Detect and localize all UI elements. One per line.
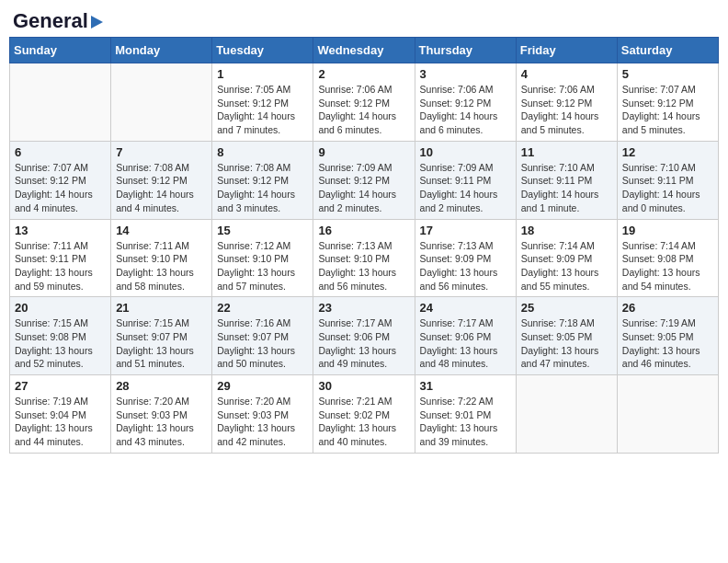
- calendar-table: SundayMondayTuesdayWednesdayThursdayFrid…: [9, 37, 719, 454]
- day-info: Sunrise: 7:08 AMSunset: 9:12 PMDaylight:…: [116, 161, 207, 215]
- calendar-day-cell: 8Sunrise: 7:08 AMSunset: 9:12 PMDaylight…: [212, 141, 313, 219]
- day-info: Sunrise: 7:07 AMSunset: 9:12 PMDaylight:…: [622, 83, 713, 137]
- calendar-day-cell: [516, 375, 617, 454]
- day-info: Sunrise: 7:11 AMSunset: 9:11 PMDaylight:…: [15, 239, 106, 293]
- calendar-day-cell: 28Sunrise: 7:20 AMSunset: 9:03 PMDayligh…: [111, 375, 212, 454]
- day-number: 21: [116, 301, 207, 315]
- calendar-day-cell: 5Sunrise: 7:07 AMSunset: 9:12 PMDaylight…: [617, 63, 718, 142]
- calendar-day-cell: 23Sunrise: 7:17 AMSunset: 9:06 PMDayligh…: [313, 297, 415, 375]
- day-header-friday: Friday: [516, 38, 617, 63]
- calendar-day-cell: 15Sunrise: 7:12 AMSunset: 9:10 PMDayligh…: [212, 219, 313, 297]
- day-number: 18: [521, 224, 612, 237]
- day-info: Sunrise: 7:05 AMSunset: 9:12 PMDaylight:…: [217, 83, 308, 137]
- page-header: General: [9, 9, 719, 29]
- calendar-week-row: 13Sunrise: 7:11 AMSunset: 9:11 PMDayligh…: [10, 219, 719, 297]
- day-number: 10: [420, 145, 511, 159]
- day-number: 27: [15, 379, 106, 393]
- day-number: 6: [15, 145, 106, 159]
- calendar-day-cell: [10, 63, 111, 142]
- calendar-day-cell: 18Sunrise: 7:14 AMSunset: 9:09 PMDayligh…: [516, 219, 617, 297]
- day-info: Sunrise: 7:06 AMSunset: 9:12 PMDaylight:…: [318, 83, 409, 137]
- day-number: 20: [15, 301, 106, 315]
- day-info: Sunrise: 7:14 AMSunset: 9:09 PMDaylight:…: [521, 239, 612, 293]
- day-info: Sunrise: 7:14 AMSunset: 9:08 PMDaylight:…: [622, 239, 713, 293]
- calendar-day-cell: 6Sunrise: 7:07 AMSunset: 9:12 PMDaylight…: [10, 141, 111, 219]
- calendar-day-cell: 14Sunrise: 7:11 AMSunset: 9:10 PMDayligh…: [111, 219, 212, 297]
- day-number: 25: [521, 301, 612, 315]
- calendar-day-cell: 13Sunrise: 7:11 AMSunset: 9:11 PMDayligh…: [10, 219, 111, 297]
- logo-arrow-icon: [91, 16, 103, 29]
- calendar-day-cell: 29Sunrise: 7:20 AMSunset: 9:03 PMDayligh…: [212, 375, 313, 454]
- calendar-header-row: SundayMondayTuesdayWednesdayThursdayFrid…: [10, 38, 719, 63]
- day-number: 17: [420, 224, 511, 237]
- day-number: 12: [622, 145, 713, 159]
- day-number: 1: [217, 67, 308, 81]
- day-info: Sunrise: 7:08 AMSunset: 9:12 PMDaylight:…: [217, 161, 308, 215]
- calendar-day-cell: 24Sunrise: 7:17 AMSunset: 9:06 PMDayligh…: [415, 297, 516, 375]
- day-info: Sunrise: 7:22 AMSunset: 9:01 PMDaylight:…: [420, 395, 511, 449]
- calendar-day-cell: [617, 375, 718, 454]
- calendar-day-cell: 1Sunrise: 7:05 AMSunset: 9:12 PMDaylight…: [212, 63, 313, 142]
- day-info: Sunrise: 7:21 AMSunset: 9:02 PMDaylight:…: [318, 395, 409, 449]
- day-number: 15: [217, 224, 308, 237]
- day-info: Sunrise: 7:17 AMSunset: 9:06 PMDaylight:…: [420, 316, 511, 371]
- day-info: Sunrise: 7:15 AMSunset: 9:07 PMDaylight:…: [116, 316, 207, 371]
- day-number: 7: [116, 145, 207, 159]
- day-info: Sunrise: 7:20 AMSunset: 9:03 PMDaylight:…: [116, 395, 207, 449]
- day-number: 2: [318, 67, 409, 81]
- day-number: 19: [622, 224, 713, 237]
- calendar-day-cell: 10Sunrise: 7:09 AMSunset: 9:11 PMDayligh…: [415, 141, 516, 219]
- day-info: Sunrise: 7:17 AMSunset: 9:06 PMDaylight:…: [318, 316, 409, 371]
- calendar-week-row: 27Sunrise: 7:19 AMSunset: 9:04 PMDayligh…: [10, 375, 719, 454]
- logo-general: General: [13, 9, 88, 33]
- calendar-day-cell: 22Sunrise: 7:16 AMSunset: 9:07 PMDayligh…: [212, 297, 313, 375]
- day-number: 28: [116, 379, 207, 393]
- day-number: 30: [318, 379, 409, 393]
- day-number: 13: [15, 224, 106, 237]
- day-header-sunday: Sunday: [10, 38, 111, 63]
- calendar-day-cell: 17Sunrise: 7:13 AMSunset: 9:09 PMDayligh…: [415, 219, 516, 297]
- day-info: Sunrise: 7:16 AMSunset: 9:07 PMDaylight:…: [217, 316, 308, 371]
- calendar-day-cell: 9Sunrise: 7:09 AMSunset: 9:12 PMDaylight…: [313, 141, 415, 219]
- day-header-saturday: Saturday: [617, 38, 718, 63]
- day-info: Sunrise: 7:18 AMSunset: 9:05 PMDaylight:…: [521, 316, 612, 371]
- day-info: Sunrise: 7:19 AMSunset: 9:05 PMDaylight:…: [622, 316, 713, 371]
- day-info: Sunrise: 7:10 AMSunset: 9:11 PMDaylight:…: [622, 161, 713, 215]
- day-number: 4: [521, 67, 612, 81]
- calendar-day-cell: 19Sunrise: 7:14 AMSunset: 9:08 PMDayligh…: [617, 219, 718, 297]
- day-info: Sunrise: 7:19 AMSunset: 9:04 PMDaylight:…: [15, 395, 106, 449]
- day-number: 14: [116, 224, 207, 237]
- calendar-day-cell: [111, 63, 212, 142]
- calendar-day-cell: 4Sunrise: 7:06 AMSunset: 9:12 PMDaylight…: [516, 63, 617, 142]
- calendar-day-cell: 26Sunrise: 7:19 AMSunset: 9:05 PMDayligh…: [617, 297, 718, 375]
- calendar-day-cell: 16Sunrise: 7:13 AMSunset: 9:10 PMDayligh…: [313, 219, 415, 297]
- day-info: Sunrise: 7:09 AMSunset: 9:12 PMDaylight:…: [318, 161, 409, 215]
- day-number: 11: [521, 145, 612, 159]
- day-number: 29: [217, 379, 308, 393]
- day-info: Sunrise: 7:10 AMSunset: 9:11 PMDaylight:…: [521, 161, 612, 215]
- day-number: 9: [318, 145, 409, 159]
- calendar-day-cell: 2Sunrise: 7:06 AMSunset: 9:12 PMDaylight…: [313, 63, 415, 142]
- day-info: Sunrise: 7:12 AMSunset: 9:10 PMDaylight:…: [217, 239, 308, 293]
- calendar-day-cell: 12Sunrise: 7:10 AMSunset: 9:11 PMDayligh…: [617, 141, 718, 219]
- day-info: Sunrise: 7:20 AMSunset: 9:03 PMDaylight:…: [217, 395, 308, 449]
- day-header-wednesday: Wednesday: [313, 38, 415, 63]
- calendar-day-cell: 30Sunrise: 7:21 AMSunset: 9:02 PMDayligh…: [313, 375, 415, 454]
- calendar-day-cell: 20Sunrise: 7:15 AMSunset: 9:08 PMDayligh…: [10, 297, 111, 375]
- day-number: 8: [217, 145, 308, 159]
- calendar-week-row: 20Sunrise: 7:15 AMSunset: 9:08 PMDayligh…: [10, 297, 719, 375]
- calendar-week-row: 6Sunrise: 7:07 AMSunset: 9:12 PMDaylight…: [10, 141, 719, 219]
- day-number: 22: [217, 301, 308, 315]
- day-info: Sunrise: 7:09 AMSunset: 9:11 PMDaylight:…: [420, 161, 511, 215]
- day-number: 3: [420, 67, 511, 81]
- day-info: Sunrise: 7:06 AMSunset: 9:12 PMDaylight:…: [521, 83, 612, 137]
- calendar-week-row: 1Sunrise: 7:05 AMSunset: 9:12 PMDaylight…: [10, 63, 719, 142]
- day-number: 24: [420, 301, 511, 315]
- calendar-day-cell: 11Sunrise: 7:10 AMSunset: 9:11 PMDayligh…: [516, 141, 617, 219]
- day-info: Sunrise: 7:15 AMSunset: 9:08 PMDaylight:…: [15, 316, 106, 371]
- day-number: 23: [318, 301, 409, 315]
- day-number: 16: [318, 224, 409, 237]
- day-info: Sunrise: 7:13 AMSunset: 9:09 PMDaylight:…: [420, 239, 511, 293]
- day-info: Sunrise: 7:11 AMSunset: 9:10 PMDaylight:…: [116, 239, 207, 293]
- day-number: 5: [622, 67, 713, 81]
